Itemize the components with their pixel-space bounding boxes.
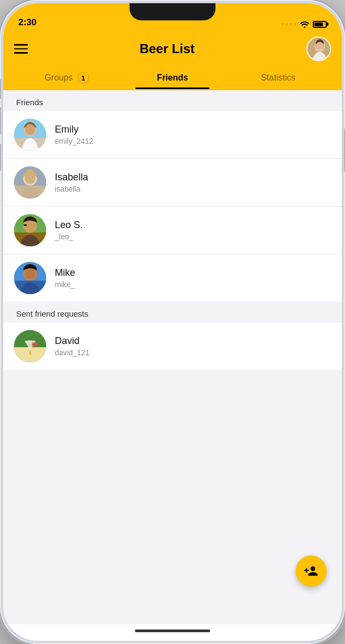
friend-info: Mike mike_: [55, 267, 331, 289]
list-item[interactable]: David david_121: [3, 323, 342, 370]
signal-icon: [281, 23, 297, 26]
friend-name: Isabella: [55, 172, 331, 183]
list-item[interactable]: Mike mike_: [3, 254, 342, 302]
tab-statistics[interactable]: Statistics: [225, 68, 331, 89]
app-header: Beer List: [3, 31, 342, 90]
friend-info: Leo S. _leo_: [55, 219, 331, 241]
status-time: 2:30: [18, 17, 37, 28]
volume-down-button[interactable]: [0, 144, 1, 171]
friend-name: Emily: [55, 124, 331, 135]
friend-name: Mike: [55, 267, 331, 279]
home-indicator[interactable]: [3, 624, 342, 641]
svg-point-20: [25, 269, 35, 280]
status-icons: [281, 20, 327, 28]
sent-requests-list: David david_121: [3, 323, 342, 370]
menu-button[interactable]: [14, 44, 28, 54]
friend-name: Leo S.: [55, 219, 331, 231]
home-bar: [135, 630, 210, 632]
friend-info: Emily emily_2412: [55, 124, 331, 145]
avatar: [14, 262, 46, 294]
wifi-icon: [300, 20, 310, 28]
battery-icon: [313, 21, 327, 28]
volume-up-button[interactable]: [0, 107, 1, 134]
svg-point-7: [25, 124, 35, 135]
friend-info: David david_121: [55, 335, 331, 357]
list-item[interactable]: Leo S. _leo_: [3, 207, 342, 254]
svg-rect-16: [24, 224, 27, 226]
friend-username: mike_: [55, 280, 331, 289]
svg-point-11: [25, 172, 35, 184]
list-item[interactable]: Isabella isabella: [3, 159, 342, 207]
list-item[interactable]: Emily emily_2412: [3, 111, 342, 159]
friend-username: _leo_: [55, 232, 331, 241]
friend-username: emily_2412: [55, 137, 331, 145]
friend-name: David: [55, 335, 331, 347]
groups-badge: 1: [77, 72, 89, 84]
silent-switch[interactable]: [0, 79, 1, 99]
friend-username: david_121: [55, 348, 331, 357]
empty-space: [3, 370, 342, 477]
tab-groups[interactable]: Groups 1: [14, 67, 120, 90]
svg-point-25: [25, 340, 35, 343]
friends-list: Emily emily_2412: [3, 111, 342, 302]
svg-point-15: [25, 226, 27, 228]
avatar: [14, 330, 46, 362]
app-title: Beer List: [140, 41, 195, 56]
user-avatar[interactable]: [306, 36, 331, 61]
avatar: [14, 214, 46, 246]
svg-rect-23: [29, 350, 31, 355]
friend-username: isabella: [55, 185, 331, 193]
friend-info: Isabella isabella: [55, 172, 331, 193]
notch: [130, 3, 215, 20]
tabs-row: Groups 1 Friends Statistics: [14, 67, 331, 90]
friends-section-label: Friends: [3, 90, 342, 111]
main-content: Friends: [3, 90, 342, 624]
sent-requests-section-label: Sent friend requests: [3, 302, 342, 323]
svg-point-3: [317, 42, 323, 49]
tab-friends[interactable]: Friends: [120, 68, 226, 89]
status-bar: 2:30: [3, 3, 342, 31]
add-friend-icon: [304, 564, 318, 578]
avatar: [14, 166, 46, 199]
avatar: [14, 119, 46, 151]
add-friend-button[interactable]: [296, 555, 327, 587]
